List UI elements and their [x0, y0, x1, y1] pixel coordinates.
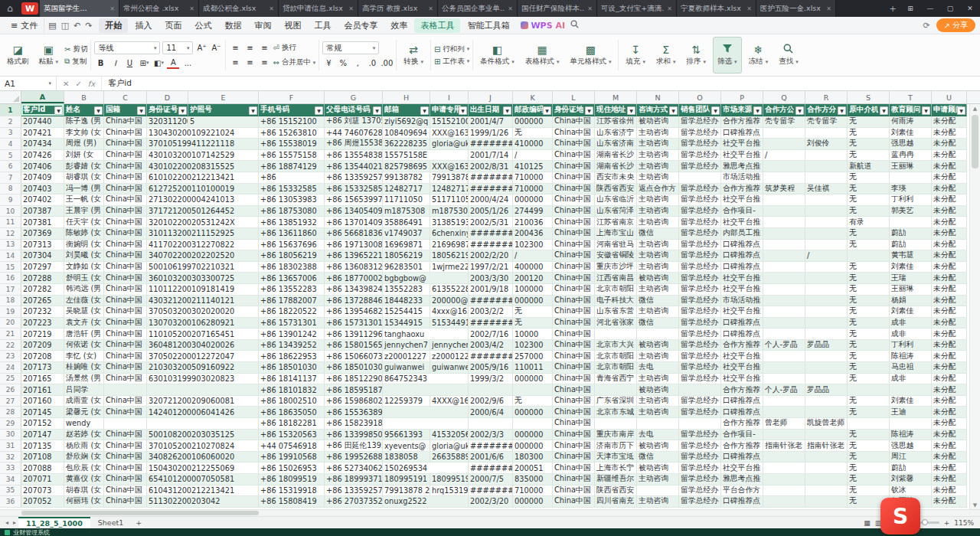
cell[interactable]: 207409: [21, 172, 64, 184]
filter-dropdown[interactable]: ▼: [54, 106, 63, 115]
cell[interactable]: +86 1335925706: [325, 485, 383, 497]
cell[interactable]: +86 15026953: [259, 462, 325, 474]
cell[interactable]: 无: [848, 462, 890, 474]
close-tab-icon[interactable]: ✕: [189, 5, 194, 12]
cell[interactable]: [679, 172, 721, 184]
cell[interactable]: [679, 384, 721, 396]
cell[interactable]: +86 15637696: [259, 240, 325, 251]
filter-dropdown[interactable]: ▼: [543, 106, 551, 115]
cell[interactable]: gloria@uk#: [430, 440, 469, 452]
cell[interactable]: +86 18501030: [259, 362, 325, 374]
cell[interactable]: [595, 418, 637, 430]
cell[interactable]: 丁利利: [890, 194, 932, 206]
row-number[interactable]: 19: [0, 306, 21, 318]
cell[interactable]: [469, 418, 513, 430]
cell[interactable]: 山东省济南: [595, 139, 637, 150]
cell[interactable]: 2002/5/31: [469, 217, 513, 228]
cell[interactable]: 黄韦慧: [890, 250, 932, 262]
cell[interactable]: +86 13552283: [259, 284, 325, 296]
cell[interactable]: 207052: [21, 496, 64, 508]
cell[interactable]: 207160: [21, 396, 64, 407]
cell[interactable]: 主动咨询: [637, 128, 679, 139]
filter-dropdown[interactable]: ▼: [178, 106, 187, 115]
cell[interactable]: [805, 228, 848, 240]
header-cell[interactable]: 合作方分▼: [805, 104, 848, 116]
row-number[interactable]: 14: [0, 250, 21, 262]
cell[interactable]: 32010220020531242X: [147, 217, 259, 228]
font-name-select[interactable]: 等线▾: [94, 41, 160, 54]
cell[interactable]: 410000: [513, 139, 553, 150]
row-number[interactable]: 20: [0, 318, 21, 329]
select-all-corner[interactable]: [0, 91, 21, 103]
cell[interactable]: 口碑推荐点: [721, 240, 763, 251]
cell[interactable]: 蔚劼: [890, 228, 932, 240]
cell[interactable]: 江苏省徐州: [595, 116, 637, 128]
underline-button[interactable]: U: [123, 57, 136, 69]
close-tab-icon[interactable]: ✕: [587, 5, 593, 12]
cell[interactable]: 207071: [21, 474, 64, 485]
cell[interactable]: 5: [188, 116, 259, 128]
cell[interactable]: 16969871: [383, 240, 430, 251]
cell[interactable]: [595, 384, 637, 396]
cell[interactable]: China中国: [104, 462, 147, 474]
cell[interactable]: [805, 474, 848, 485]
cell[interactable]: China中国: [553, 161, 595, 172]
filter-dropdown[interactable]: ▼: [94, 106, 103, 115]
close-tab-icon[interactable]: ✕: [109, 5, 115, 12]
cell[interactable]: 何依诺 (女: [64, 340, 104, 351]
header-cell[interactable]: 合作方公▼: [763, 104, 805, 116]
cell[interactable]: 2005/9/16: [469, 362, 513, 374]
cell[interactable]: ########: [469, 172, 513, 184]
cell[interactable]: 主动咨询: [637, 407, 679, 418]
column-header-B[interactable]: B: [64, 91, 104, 103]
cell[interactable]: 18056219: [383, 250, 430, 262]
cell[interactable]: 主动咨询: [637, 262, 679, 273]
cell[interactable]: 1wjrme221(: [430, 262, 469, 273]
close-tab-icon[interactable]: ✕: [667, 5, 672, 12]
cell[interactable]: 留学总经办: [679, 306, 721, 318]
cell[interactable]: 桂婉唯 (女: [64, 362, 104, 374]
header-cell[interactable]: 申请专用▼: [430, 104, 469, 116]
cell[interactable]: 511711050: [430, 194, 469, 206]
cell[interactable]: 钦冰: [890, 485, 932, 497]
cell[interactable]: 陈祖涛: [890, 351, 932, 362]
cell[interactable]: +86 1850103098: [325, 362, 383, 374]
cell[interactable]: China中国: [104, 485, 147, 497]
row-number[interactable]: 21: [0, 328, 21, 340]
filter-dropdown[interactable]: ▼: [922, 106, 930, 115]
cell[interactable]: 留学总经办: [679, 150, 721, 162]
filter-dropdown[interactable]: ▼: [315, 106, 323, 115]
row-number[interactable]: 18: [0, 296, 21, 307]
cell[interactable]: China中国: [553, 496, 595, 508]
cell[interactable]: 重庆市南岸: [595, 430, 637, 441]
cell[interactable]: 207406: [21, 161, 64, 172]
cell[interactable]: 无: [848, 128, 890, 139]
rows-columns-button[interactable]: ⊟行和列▾: [434, 44, 469, 54]
cell[interactable]: onuxg2522: [383, 496, 469, 508]
cell[interactable]: 207173: [21, 362, 64, 374]
cell[interactable]: 207440: [21, 116, 64, 128]
filter-button[interactable]: 筛选 ▾: [713, 37, 742, 74]
cell[interactable]: 未分配: [932, 206, 967, 217]
cell[interactable]: +86 15575158: [259, 150, 325, 162]
paste-button[interactable]: ▣ 粘贴 ▾: [35, 37, 63, 74]
cell[interactable]: 胡睿琪 (女: [64, 172, 104, 184]
menu-tab-公式[interactable]: 公式: [188, 18, 217, 33]
cell[interactable]: 207152: [21, 418, 64, 430]
cell[interactable]: 新疆维吾尔: [595, 474, 637, 485]
cell[interactable]: 未分配: [932, 496, 967, 508]
cell[interactable]: China中国: [553, 362, 595, 374]
cell[interactable]: [890, 172, 932, 184]
save-icon[interactable]: ▤: [48, 21, 56, 31]
cell[interactable]: 10000: [513, 328, 553, 340]
redo-icon[interactable]: ↷: [85, 21, 92, 31]
filter-dropdown[interactable]: ▼: [880, 106, 888, 115]
header-cell[interactable]: 邮箱▼: [383, 104, 430, 116]
cell[interactable]: China中国: [104, 262, 147, 273]
row-number[interactable]: 3: [0, 128, 21, 139]
cell[interactable]: China中国: [553, 452, 595, 463]
cell[interactable]: 留学总经办: [679, 296, 721, 307]
cell[interactable]: 主动咨询: [637, 474, 679, 485]
cell[interactable]: China中国: [104, 284, 147, 296]
percent-button[interactable]: %: [337, 57, 349, 69]
